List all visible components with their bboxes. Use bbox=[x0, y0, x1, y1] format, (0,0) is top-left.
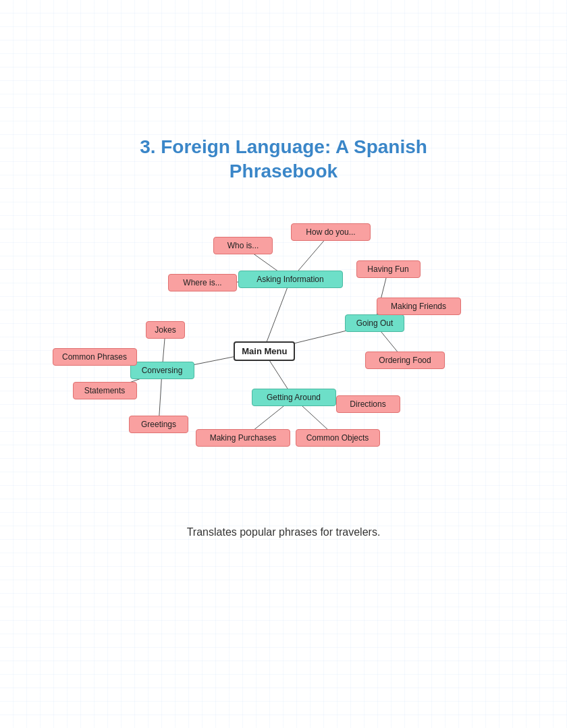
node-who_is[interactable]: Who is... bbox=[213, 237, 273, 254]
node-common_objects[interactable]: Common Objects bbox=[296, 429, 380, 447]
node-making_purchases[interactable]: Making Purchases bbox=[196, 429, 290, 447]
node-jokes[interactable]: Jokes bbox=[146, 321, 185, 339]
node-conversing[interactable]: Conversing bbox=[130, 362, 194, 379]
node-main_menu[interactable]: Main Menu bbox=[234, 341, 295, 361]
node-ordering_food[interactable]: Ordering Food bbox=[365, 352, 445, 369]
node-statements[interactable]: Statements bbox=[73, 382, 137, 399]
node-greetings[interactable]: Greetings bbox=[129, 416, 188, 433]
node-asking_information[interactable]: Asking Information bbox=[238, 271, 343, 288]
node-going_out[interactable]: Going Out bbox=[345, 314, 404, 332]
node-getting_around[interactable]: Getting Around bbox=[252, 389, 336, 406]
node-how_do_you[interactable]: How do you... bbox=[291, 223, 371, 241]
node-common_phrases[interactable]: Common Phrases bbox=[53, 348, 137, 366]
node-where_is[interactable]: Where is... bbox=[168, 274, 238, 291]
node-making_friends[interactable]: Making Friends bbox=[377, 298, 461, 315]
node-directions[interactable]: Directions bbox=[336, 395, 400, 413]
page-title: 3. Foreign Language: A Spanish Phraseboo… bbox=[115, 135, 452, 184]
subtitle-text: Translates popular phrases for travelers… bbox=[187, 526, 381, 538]
node-having_fun[interactable]: Having Fun bbox=[356, 260, 421, 278]
